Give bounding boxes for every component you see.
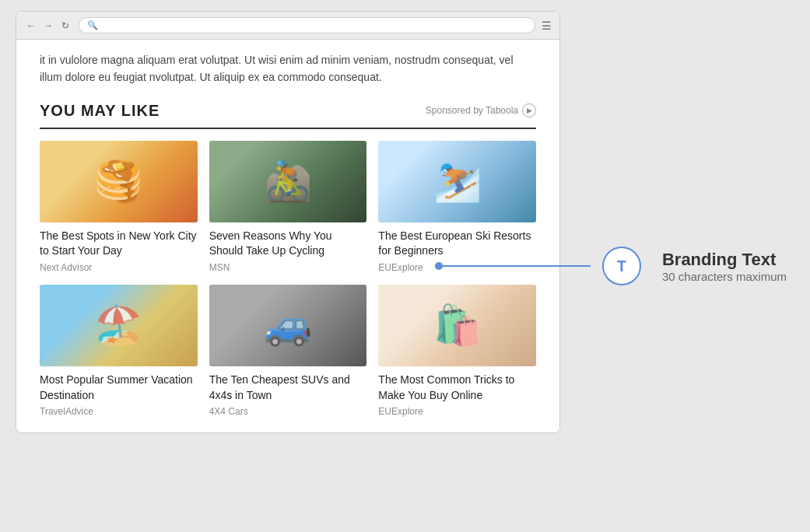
forward-button[interactable]: → [41, 19, 55, 33]
callout-text-block: Branding Text 30 characters maximum [662, 250, 787, 283]
page-content: it in vulolore magna aliquam erat volutp… [16, 40, 559, 432]
article-source-suv: 4X4 Cars [209, 406, 367, 417]
sponsored-label: Sponsored by Taboola ▶ [426, 103, 536, 117]
article-image-skiing [378, 141, 536, 222]
article-card-suv[interactable]: The Ten Cheapest SUVs and 4x4s in Town 4… [209, 285, 367, 417]
article-title-suv: The Ten Cheapest SUVs and 4x4s in Town [209, 373, 367, 403]
article-title-shopping: The Most Common Tricks to Make You Buy O… [378, 373, 536, 403]
callout-line [435, 262, 591, 270]
article-card-shopping[interactable]: The Most Common Tricks to Make You Buy O… [378, 285, 536, 417]
back-button[interactable]: ← [24, 19, 38, 33]
callout-row: T Branding Text 30 characters maximum [435, 247, 787, 285]
skiing-image-bg [378, 141, 536, 222]
suv-image-bg [209, 285, 367, 366]
article-source-waffles: Next Advisor [40, 262, 198, 273]
article-image-shopping [378, 285, 536, 366]
callout-dot [435, 262, 443, 270]
nav-buttons: ← → ↻ [24, 19, 72, 33]
beach-image-bg [40, 285, 198, 366]
section-header: YOU MAY LIKE Sponsored by Taboola ▶ [40, 102, 536, 129]
article-source-shopping: EUExplore [378, 406, 536, 417]
callout-horizontal-line [443, 265, 591, 267]
article-title-beach: Most Popular Summer Vacation Destination [40, 373, 198, 403]
article-image-suv [209, 285, 367, 366]
waffles-image-bg [40, 141, 198, 222]
branding-title: Branding Text [662, 250, 787, 270]
article-image-beach [40, 285, 198, 366]
callout-circle: T [602, 247, 641, 285]
article-card-cycling[interactable]: Seven Reasons Why You Should Take Up Cyc… [209, 141, 367, 273]
sponsored-text: Sponsored by Taboola [426, 105, 518, 116]
browser-window: ← → ↻ 🔍 ☰ it in vulolore magna aliquam e… [16, 11, 560, 433]
article-title-waffles: The Best Spots in New York City to Start… [40, 229, 198, 259]
cycling-image-bg [209, 141, 367, 222]
article-card-beach[interactable]: Most Popular Summer Vacation Destination… [40, 285, 198, 417]
shopping-image-bg [378, 285, 536, 366]
body-text: it in vulolore magna aliquam erat volutp… [40, 40, 536, 102]
article-source-cycling: MSN [209, 262, 367, 273]
branding-subtitle: 30 characters maximum [662, 270, 787, 283]
browser-toolbar: ← → ↻ 🔍 ☰ [16, 12, 559, 40]
refresh-button[interactable]: ↻ [58, 19, 72, 33]
section-title: YOU MAY LIKE [40, 102, 160, 120]
address-bar[interactable]: 🔍 [79, 17, 535, 33]
taboola-icon: ▶ [522, 103, 536, 117]
article-image-cycling [209, 141, 367, 222]
article-image-waffles [40, 141, 198, 222]
branding-callout: T Branding Text 30 characters maximum [435, 247, 787, 285]
article-card-waffles[interactable]: The Best Spots in New York City to Start… [40, 141, 198, 273]
article-title-cycling: Seven Reasons Why You Should Take Up Cyc… [209, 229, 367, 259]
search-icon: 🔍 [87, 20, 98, 30]
article-source-beach: TravelAdvice [40, 406, 198, 417]
menu-button[interactable]: ☰ [542, 19, 552, 32]
